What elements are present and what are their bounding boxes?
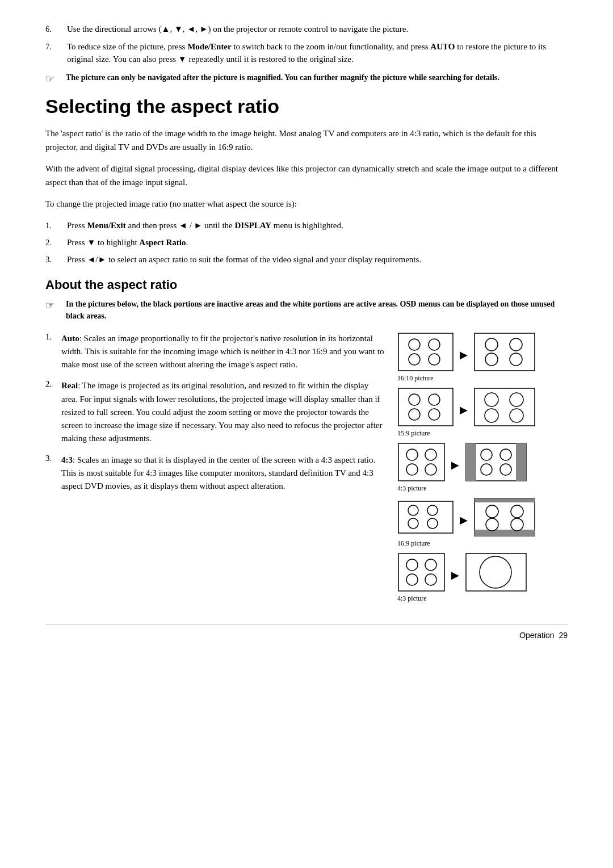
diagram-4-group: ▶: [397, 497, 536, 537]
step-1-text: Press Menu/Exit and then press ◄ / ► unt…: [67, 219, 343, 232]
intro-list: 6. Use the directional arrows (▲, ▼, ◄, …: [45, 23, 568, 66]
footer-section: Operation: [519, 631, 554, 640]
about-right-col: ▶ 16:10 picture: [397, 332, 568, 607]
aspect-item-3: 3. 4:3: Scales an image so that it is di…: [45, 454, 386, 493]
diagram-1-group: ▶: [397, 332, 536, 372]
aspect-1-num: 1.: [45, 332, 61, 342]
diagram-3-arrow: ▶: [451, 459, 459, 471]
step-2: 2. Press ▼ to highlight Aspect Ratio.: [45, 236, 568, 249]
item-6-text: Use the directional arrows (▲, ▼, ◄, ►) …: [67, 23, 408, 36]
svg-point-9: [510, 353, 522, 366]
about-note-box: ☞ In the pictures below, the black porti…: [45, 298, 568, 322]
step-2-text: Press ▼ to highlight Aspect Ratio.: [67, 236, 188, 249]
svg-point-28: [481, 449, 492, 460]
aspect-1-text: Auto: Scales an image proportionally to …: [61, 332, 386, 372]
svg-point-18: [485, 409, 498, 422]
svg-point-19: [510, 409, 523, 422]
svg-point-1: [409, 339, 420, 350]
diagram-4-label: 16:9 picture: [397, 539, 430, 548]
svg-point-43: [511, 518, 523, 531]
about-content: 1. Auto: Scales an image proportionally …: [45, 332, 568, 607]
svg-point-7: [510, 338, 522, 351]
svg-point-41: [511, 505, 523, 518]
note-icon: ☞: [45, 73, 61, 85]
svg-point-21: [406, 449, 418, 460]
diagram-1: ▶ 16:10 picture: [397, 332, 568, 387]
svg-point-50: [480, 556, 511, 588]
aspect-3-bold: 4:3: [61, 455, 73, 464]
aspect-3-text: 4:3: Scales an image so that it is displ…: [61, 454, 386, 493]
svg-point-30: [481, 464, 492, 475]
svg-point-31: [500, 464, 511, 475]
diagram-4-arrow: ▶: [460, 514, 468, 526]
svg-point-16: [485, 393, 498, 406]
svg-point-36: [427, 518, 438, 529]
svg-rect-39: [475, 530, 535, 536]
diagram-1-arrow: ▶: [460, 349, 468, 361]
aspect-3-num: 3.: [45, 454, 61, 463]
svg-rect-32: [398, 501, 453, 533]
svg-rect-44: [398, 553, 444, 591]
para1: The 'aspect ratio' is the ratio of the i…: [45, 127, 568, 154]
step-1: 1. Press Menu/Exit and then press ◄ / ► …: [45, 219, 568, 232]
diagram-5: ▶ 4:3 picture: [397, 552, 568, 607]
steps-list: 1. Press Menu/Exit and then press ◄ / ► …: [45, 219, 568, 266]
svg-rect-15: [475, 388, 535, 426]
svg-point-47: [406, 574, 418, 585]
top-note-text: The picture can only be navigated after …: [66, 72, 499, 83]
aspect-2-bold: Real: [61, 381, 78, 390]
diagram-4: ▶ 16:9 picture: [397, 497, 568, 552]
svg-point-3: [409, 354, 420, 365]
aspect-2-num: 2.: [45, 379, 61, 389]
svg-point-22: [425, 449, 436, 460]
svg-point-24: [425, 464, 436, 475]
svg-rect-5: [475, 333, 535, 371]
svg-rect-0: [398, 333, 453, 371]
svg-point-13: [409, 409, 420, 420]
step1-bold1: Menu/Exit: [87, 221, 125, 230]
step2-bold1: Aspect Ratio: [139, 238, 186, 247]
diagram-3: ▶ 4:3 picture: [397, 442, 568, 497]
svg-point-46: [425, 559, 436, 571]
diagram-4-source: [397, 500, 454, 534]
about-title: About the aspect ratio: [45, 278, 568, 292]
svg-point-11: [409, 394, 420, 405]
step1-bold2: DISPLAY: [235, 221, 271, 230]
svg-point-42: [486, 518, 498, 531]
step-3: 3. Press ◄/► to select an aspect ratio t…: [45, 253, 568, 266]
about-note-icon: ☞: [45, 299, 61, 312]
about-left-col: 1. Auto: Scales an image proportionally …: [45, 332, 397, 607]
step-3-text: Press ◄/► to select an aspect ratio to s…: [67, 253, 421, 266]
svg-rect-10: [398, 388, 453, 426]
svg-point-17: [510, 393, 523, 406]
diagram-3-group: ▶: [397, 442, 527, 482]
svg-point-34: [427, 505, 438, 515]
diagram-2: ▶ 15:9 picture: [397, 387, 568, 442]
diagram-1-result: [473, 332, 536, 372]
top-note-box: ☞ The picture can only be navigated afte…: [45, 72, 568, 85]
diagram-2-arrow: ▶: [460, 404, 468, 416]
diagram-2-result: [473, 387, 536, 427]
svg-point-29: [500, 449, 511, 460]
svg-point-45: [406, 559, 418, 571]
svg-point-40: [486, 505, 498, 518]
diagram-4-result: [473, 497, 536, 537]
diagram-5-label: 4:3 picture: [397, 594, 427, 603]
footer-page: 29: [559, 631, 568, 640]
svg-rect-26: [466, 443, 476, 481]
intro-item-7: 7. To reduce size of the picture, press …: [45, 40, 568, 66]
svg-point-35: [408, 518, 418, 529]
step-3-num: 3.: [45, 253, 67, 266]
svg-point-4: [429, 354, 440, 365]
svg-rect-27: [516, 443, 526, 481]
svg-rect-38: [475, 498, 535, 502]
aspect-item-1: 1. Auto: Scales an image proportionally …: [45, 332, 386, 372]
aspect-item-2: 2. Real: The image is projected as its o…: [45, 379, 386, 445]
svg-point-14: [429, 409, 440, 420]
item-7-num: 7.: [45, 40, 67, 66]
step-1-num: 1.: [45, 219, 67, 232]
svg-point-12: [429, 394, 440, 405]
diagram-5-source: [397, 552, 446, 592]
intro-item-6: 6. Use the directional arrows (▲, ▼, ◄, …: [45, 23, 568, 36]
item-6-num: 6.: [45, 23, 67, 36]
